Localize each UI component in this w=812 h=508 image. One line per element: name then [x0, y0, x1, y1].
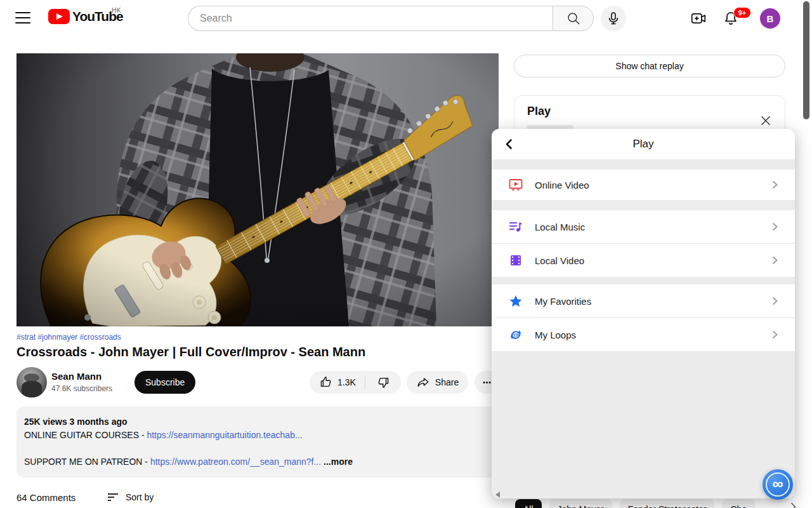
online-video-icon [508, 177, 523, 192]
share-button[interactable]: Share [407, 371, 468, 394]
local-video-icon [508, 253, 523, 268]
menu-item-online-video[interactable]: Online Video [492, 170, 795, 200]
youtube-play-icon [48, 9, 70, 24]
play-overlay-panel: Play Online Video Loca [492, 129, 795, 498]
expand-description-button[interactable]: ...more [324, 457, 353, 467]
panel-title: Play [632, 138, 653, 150]
chip-fender-stratocaster[interactable]: Fender Stratocaster [620, 499, 715, 508]
local-music-icon [508, 219, 523, 234]
menu-item-label: My Loops [535, 330, 576, 340]
chevron-right-icon [767, 177, 782, 192]
like-dislike-pill: 1.3K [310, 371, 401, 394]
logo-region: HK [112, 7, 121, 14]
ab-loop-icon: A B [508, 327, 523, 342]
notification-count-badge: 9+ [733, 7, 751, 18]
create-button[interactable] [686, 6, 711, 31]
video-frame-guitarist [16, 53, 499, 326]
share-icon [416, 375, 430, 389]
menu-item-local-video[interactable]: Local Video [492, 244, 795, 277]
sort-by-button[interactable]: Sort by [107, 491, 154, 504]
chevron-right-icon [767, 253, 782, 268]
video-title: Crossroads - John Mayer | Full Cover/Imp… [16, 345, 365, 359]
share-label: Share [435, 377, 459, 387]
chips-scroll-right-icon[interactable] [787, 500, 799, 508]
description-line-1: ONLINE GUITAR COURSES - https://seanmann… [24, 429, 491, 442]
thumb-up-icon [319, 375, 333, 389]
infinity-icon: ∞ [772, 476, 783, 491]
menu-item-label: Local Music [535, 222, 585, 232]
description-link-2[interactable]: https://www.patreon.com/__sean_mann?f... [150, 457, 321, 467]
description-text: ONLINE GUITAR COURSES - [24, 430, 147, 440]
menu-item-label: Online Video [535, 180, 589, 190]
chevron-right-icon [767, 219, 782, 234]
menu-item-local-music[interactable]: Local Music [492, 210, 795, 243]
comments-count: 64 Comments [16, 492, 75, 503]
svg-text:A B: A B [513, 335, 518, 338]
like-count: 1.3K [337, 377, 356, 387]
channel-subscribers: 47.6K subscribers [51, 384, 112, 393]
page-scrollbar-thumb[interactable] [803, 1, 809, 119]
video-player[interactable] [16, 53, 499, 326]
description-line-2: SUPPORT ME ON PATREON - https://www.patr… [24, 455, 491, 469]
favorites-star-icon [508, 293, 523, 309]
video-hashtags[interactable]: #strat #johnmayer #crossroads [16, 333, 121, 342]
chevron-right-icon [767, 293, 782, 309]
menu-item-my-loops[interactable]: A B My Loops [492, 318, 795, 351]
dislike-button[interactable] [365, 371, 401, 394]
panel-header: Play [492, 129, 795, 159]
close-icon[interactable] [759, 114, 773, 128]
back-icon[interactable] [502, 137, 517, 152]
voice-search-button[interactable] [601, 6, 626, 31]
microphone-icon [606, 11, 621, 26]
loop-fab-button[interactable]: ∞ [763, 469, 793, 500]
description-text: SUPPORT ME ON PATREON - [24, 457, 150, 467]
chevron-right-icon [767, 327, 782, 342]
top-bar: YouTube HK [0, 0, 812, 36]
menu-item-my-favorities[interactable]: My Favorities [492, 284, 795, 318]
youtube-page: YouTube HK [0, 0, 812, 508]
channel-name[interactable]: Sean Mann [51, 371, 102, 382]
chip-all[interactable]: All [515, 499, 542, 508]
show-chat-replay-button[interactable]: Show chat replay [514, 55, 785, 77]
fab-ring: ∞ [766, 472, 790, 497]
youtube-logo[interactable]: YouTube HK [48, 9, 123, 24]
thumb-down-icon [376, 375, 390, 389]
description-box[interactable]: 25K views 3 months ago ONLINE GUITAR COU… [16, 406, 499, 478]
chip-john-mayer[interactable]: John Mayer [549, 499, 612, 508]
sort-by-label: Sort by [126, 492, 154, 502]
account-avatar[interactable]: B [760, 8, 780, 29]
sort-icon [107, 491, 119, 504]
view-count-meta: 25K views 3 months ago [24, 415, 491, 429]
channel-avatar[interactable] [16, 367, 47, 398]
search-input[interactable] [188, 6, 553, 31]
like-button[interactable]: 1.3K [310, 371, 365, 394]
create-video-icon [690, 10, 707, 27]
subscribe-button[interactable]: Subscribe [134, 371, 195, 394]
menu-item-label: My Favorities [535, 296, 591, 307]
menu-icon[interactable] [14, 10, 32, 25]
chip-cho[interactable]: Cho [722, 499, 755, 508]
description-link-1[interactable]: https://seanmannguitartuition.teachab... [147, 430, 302, 440]
search-icon [566, 11, 581, 26]
menu-item-label: Local Video [535, 255, 584, 266]
play-card-title: Play [527, 105, 551, 118]
suggestion-chips: All John Mayer Fender Stratocaster Cho [515, 499, 755, 508]
search-button[interactable] [553, 6, 594, 31]
panel-collapse-handle[interactable] [495, 491, 500, 498]
